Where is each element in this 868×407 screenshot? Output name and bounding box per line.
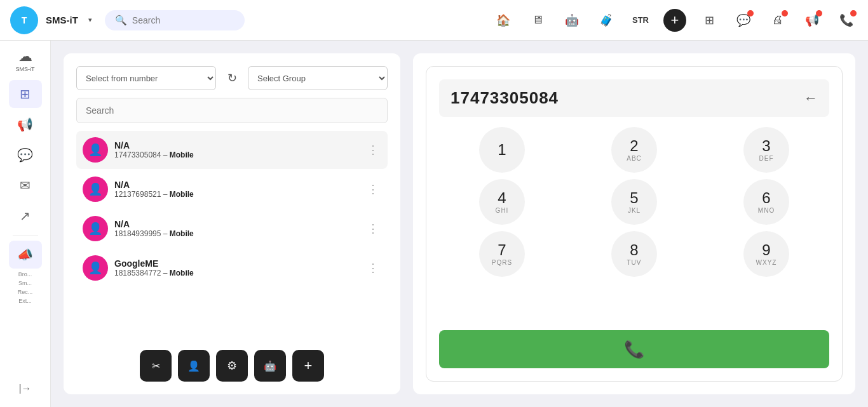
dial-key-3[interactable]: 3DEF <box>743 127 789 173</box>
chat-badge <box>747 10 754 17</box>
sidebar-item-rec-label[interactable]: Rec... <box>6 289 44 295</box>
bot-button[interactable]: 🤖 <box>254 350 286 382</box>
contact-name: N/A <box>114 180 358 190</box>
str-button[interactable]: STR <box>629 9 652 32</box>
brand-chevron-icon[interactable]: ▾ <box>88 16 92 24</box>
grid-icon-btn[interactable]: ⊞ <box>698 9 721 32</box>
bot-icon-btn[interactable]: 🤖 <box>560 9 583 32</box>
dial-key-2[interactable]: 2ABC <box>611 127 657 173</box>
add-button[interactable]: + <box>663 9 686 32</box>
sidebar-expand-button[interactable]: |→ <box>13 378 36 399</box>
dial-key-num: 4 <box>498 190 506 206</box>
contact-number: 12137698521 – Mobile <box>114 190 358 199</box>
backspace-button[interactable]: ← <box>804 90 818 107</box>
sidebar-item-dashboard[interactable]: ⊞ <box>9 80 42 108</box>
bottom-toolbar: ✂ 👤 ⚙ 🤖 + <box>76 345 388 382</box>
call-button[interactable]: 📞 <box>439 330 829 368</box>
search-icon: 🔍 <box>115 15 127 26</box>
dialer-inner: 17473305084 ← 12ABC3DEF4GHI5JKL6MNO7PQRS… <box>426 66 843 382</box>
search-bar: 🔍 <box>105 10 245 30</box>
add-contact-button[interactable]: 👤 <box>178 350 210 382</box>
contact-avatar: 👤 <box>83 216 108 241</box>
store-icon-btn[interactable]: 🧳 <box>595 9 618 32</box>
layout: ☁ SMS-iT ⊞ 📢 💬 ✉ ↗ 📣 Bro... Sm... Rec...… <box>0 41 868 407</box>
contact-more-button[interactable]: ⋮ <box>365 140 381 159</box>
sidebar-item-share[interactable]: ↗ <box>9 202 42 230</box>
sidebar-item-ext-label[interactable]: Ext... <box>6 298 44 304</box>
top-nav: T SMS-iT ▾ 🔍 🏠 🖥 🤖 🧳 STR + ⊞ 💬 🖨 📢 📞 <box>0 0 868 41</box>
sidebar-item-campaigns[interactable]: 📢 <box>9 110 42 138</box>
contact-info: GoogleME 18185384772 – Mobile <box>114 258 358 277</box>
sidebar-item-broadcast-label[interactable]: Bro... <box>6 271 44 277</box>
left-sidebar: ☁ SMS-iT ⊞ 📢 💬 ✉ ↗ 📣 Bro... Sm... Rec...… <box>0 41 51 407</box>
sidebar-item-messages[interactable]: 💬 <box>9 141 42 169</box>
sidebar-divider <box>13 235 38 236</box>
panel-controls: Select from number ↻ Select Group <box>76 66 388 90</box>
sidebar-logo: ☁ SMS-iT <box>16 48 35 72</box>
call-icon: 📞 <box>624 340 644 359</box>
dial-key-num: 5 <box>630 190 638 206</box>
monitor-icon-btn[interactable]: 🖥 <box>526 9 549 32</box>
settings-button[interactable]: ⚙ <box>216 350 248 382</box>
dial-key-7[interactable]: 7PQRS <box>479 231 525 277</box>
dial-grid: 12ABC3DEF4GHI5JKL6MNO7PQRS8TUV9WXYZ <box>439 127 829 277</box>
megaphone-icon-btn[interactable]: 📢 <box>801 9 824 32</box>
refresh-button[interactable]: ↻ <box>221 67 243 89</box>
chat-icon-btn[interactable]: 💬 <box>732 9 755 32</box>
contact-item[interactable]: 👤 N/A 12137698521 – Mobile ⋮ <box>76 170 388 208</box>
dial-key-1[interactable]: 1 <box>479 127 525 173</box>
dial-key-4[interactable]: 4GHI <box>479 179 525 225</box>
right-panel: 17473305084 ← 12ABC3DEF4GHI5JKL6MNO7PQRS… <box>413 53 855 394</box>
phone-icon-btn[interactable]: 📞 <box>835 9 858 32</box>
dial-key-num: 2 <box>630 138 638 154</box>
dial-key-letters: GHI <box>496 207 509 214</box>
brand-name: SMS-iT <box>46 15 78 25</box>
contact-number: 17473305084 – Mobile <box>114 150 358 159</box>
dial-key-num: 3 <box>762 138 770 154</box>
sidebar-item-sms-label[interactable]: Sm... <box>6 280 44 286</box>
dial-key-5[interactable]: 5JKL <box>611 179 657 225</box>
dial-key-letters: WXYZ <box>756 259 777 266</box>
print-icon-btn[interactable]: 🖨 <box>766 9 789 32</box>
select-group[interactable]: Select Group <box>248 66 388 90</box>
contact-more-button[interactable]: ⋮ <box>365 180 381 199</box>
dial-key-num: 9 <box>762 242 770 258</box>
contact-avatar: 👤 <box>83 255 108 281</box>
contact-search-input[interactable] <box>76 98 388 123</box>
dialer-display: 17473305084 ← <box>439 79 829 117</box>
contact-avatar: 👤 <box>83 177 108 202</box>
contact-item[interactable]: 👤 N/A 17473305084 – Mobile ⋮ <box>76 131 388 169</box>
dial-key-letters: PQRS <box>492 259 512 266</box>
dial-key-num: 1 <box>498 142 506 158</box>
add-plus-button[interactable]: + <box>292 350 324 382</box>
dial-key-6[interactable]: 6MNO <box>743 179 789 225</box>
contact-number: 18185384772 – Mobile <box>114 269 358 277</box>
contact-name: N/A <box>114 140 358 150</box>
sidebar-bottom: |→ <box>13 378 36 399</box>
contact-info: N/A 17473305084 – Mobile <box>114 140 358 159</box>
dial-key-letters: ABC <box>627 155 642 162</box>
dial-key-9[interactable]: 9WXYZ <box>743 231 789 277</box>
search-input[interactable] <box>132 15 234 25</box>
mute-button[interactable]: ✂ <box>140 350 172 382</box>
home-icon-btn[interactable]: 🏠 <box>492 9 515 32</box>
dial-key-8[interactable]: 8TUV <box>611 231 657 277</box>
contact-info: N/A 18184939995 – Mobile <box>114 219 358 238</box>
contact-item[interactable]: 👤 GoogleME 18185384772 – Mobile ⋮ <box>76 249 388 287</box>
sidebar-logo-icon: ☁ <box>18 48 32 65</box>
select-from-number[interactable]: Select from number <box>76 66 216 90</box>
sidebar-item-email[interactable]: ✉ <box>9 171 42 199</box>
contact-list: 👤 N/A 17473305084 – Mobile ⋮ 👤 N/A 12137… <box>76 131 388 337</box>
nav-icons: 🏠 🖥 🤖 🧳 STR + ⊞ 💬 🖨 📢 📞 <box>492 9 858 32</box>
dial-key-num: 7 <box>498 242 506 258</box>
contact-more-button[interactable]: ⋮ <box>365 258 381 277</box>
contact-avatar: 👤 <box>83 137 108 163</box>
contact-number: 18184939995 – Mobile <box>114 229 358 238</box>
left-panel: Select from number ↻ Select Group 👤 N/A … <box>64 53 400 394</box>
contact-more-button[interactable]: ⋮ <box>365 219 381 238</box>
dial-key-letters: TUV <box>627 259 642 266</box>
phone-badge <box>850 10 857 17</box>
contact-item[interactable]: 👤 N/A 18184939995 – Mobile ⋮ <box>76 210 388 248</box>
sidebar-item-broadcast-icon[interactable]: 📣 <box>9 241 42 269</box>
dial-key-letters: MNO <box>758 207 775 214</box>
